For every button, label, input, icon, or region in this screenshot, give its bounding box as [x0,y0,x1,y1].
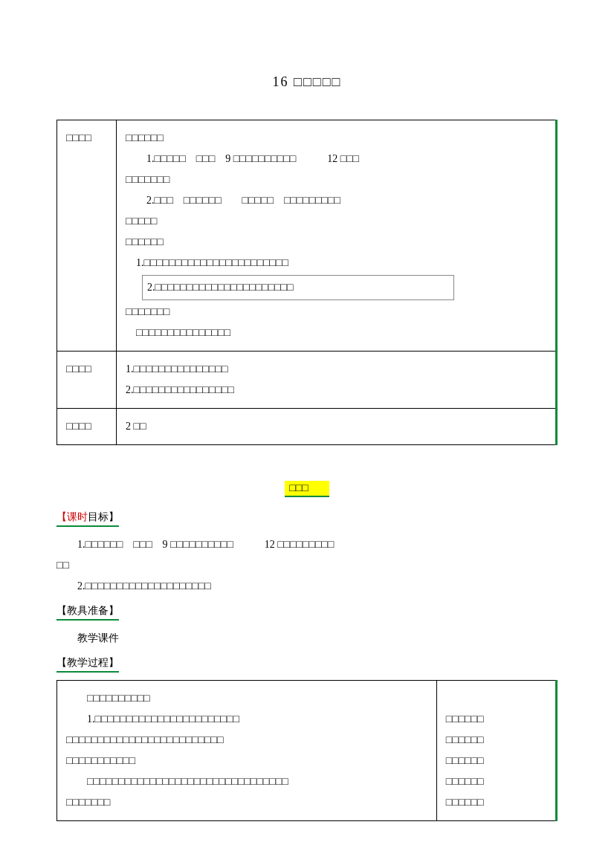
pl-l2: □□□□□□□□□□□□□□□□□□□□□□□□□ [66,730,427,751]
lesson-marker-text: □□□ [285,481,329,497]
row2-content: 1.□□□□□□□□□□□□□□□ 2.□□□□□□□□□□□□□□□□ [117,352,557,409]
materials-body: 教学课件 [56,628,558,649]
overview-table: □□□□ □□□□□□ 1.□□□□□ □□□ 9 □□□□□□□□□□ 12 … [56,120,558,445]
pl-h: □□□□□□□□□□ [66,688,427,709]
pl-l5: □□□□□□□ [66,792,427,813]
section-objectives: 【课时目标】 1.□□□□□□ □□□ 9 □□□□□□□□□□ 12 □□□□… [56,511,558,597]
pr-2: □□□□□□ [446,730,546,751]
row3-content: 2 □□ [117,409,557,445]
row2-line2: 2.□□□□□□□□□□□□□□□□ [126,380,546,401]
g1-line2: 2.□□□ □□□□□□ □□□□□ □□□□□□□□□ [126,190,546,211]
objectives-body: 1.□□□□□□ □□□ 9 □□□□□□□□□□ 12 □□□□□□□□□ □… [56,534,558,597]
pr-1: □□□□□□ [446,709,546,730]
section-materials: 【教具准备】 教学课件 [56,604,558,649]
g1-line2b: □□□□□ [126,211,546,232]
process-right: □□□□□□ □□□□□□ □□□□□□ □□□□□□ □□□□□□ [436,681,556,821]
pr-4: □□□□□□ [446,771,546,792]
objectives-heading-rest: 目标】 [88,511,119,522]
row1-label: □□□□ [57,120,117,352]
lesson-marker: □□□ [56,481,558,497]
pl-l1: 1.□□□□□□□□□□□□□□□□□□□□□□□ [66,709,427,730]
g2-item2-wrap: 2.□□□□□□□□□□□□□□□□□□□□□□ [126,273,546,302]
process-left: □□□□□□□□□□ 1.□□□□□□□□□□□□□□□□□□□□□□□ □□□… [57,681,437,821]
group2-heading: □□□□□□ [126,232,546,253]
materials-heading: 【教具准备】 [56,604,119,621]
materials-text: 教学课件 [56,628,558,649]
obj-line1: 1.□□□□□□ □□□ 9 □□□□□□□□□□ 12 □□□□□□□□□ [56,534,558,555]
pr-3: □□□□□□ [446,751,546,771]
obj-line1b: □□ [56,555,558,576]
document-title: 16 □□□□□ [56,74,558,90]
process-table: □□□□□□□□□□ 1.□□□□□□□□□□□□□□□□□□□□□□□ □□□… [56,680,558,821]
g2-item2-box: 2.□□□□□□□□□□□□□□□□□□□□□□ [142,275,454,300]
objectives-heading: 【课时目标】 [56,511,119,527]
pl-l4: □□□□□□□□□□□□□□□□□□□□□□□□□□□□□□□□ [66,771,427,792]
pr-5: □□□□□□ [446,792,546,813]
objectives-heading-red: 【课时 [56,511,88,522]
g1-line1: 1.□□□□□ □□□ 9 □□□□□□□□□□ 12 □□□ [126,149,546,169]
row3-label: □□□□ [57,409,117,445]
row2-line1: 1.□□□□□□□□□□□□□□□ [126,359,546,380]
g1-line1b: □□□□□□□ [126,169,546,190]
group3-heading: □□□□□□□ [126,302,546,323]
section-process: 【教学过程】 □□□□□□□□□□ 1.□□□□□□□□□□□□□□□□□□□□… [56,656,558,821]
process-heading: 【教学过程】 [56,656,119,673]
row2-label: □□□□ [57,352,117,409]
obj-line2: 2.□□□□□□□□□□□□□□□□□□□□ [56,576,558,597]
group1-heading: □□□□□□ [126,128,546,149]
g3-line: □□□□□□□□□□□□□□□ [126,323,546,343]
pl-l3: □□□□□□□□□□□ [66,751,427,771]
row1-content: □□□□□□ 1.□□□□□ □□□ 9 □□□□□□□□□□ 12 □□□ □… [117,120,557,352]
g2-item1: 1.□□□□□□□□□□□□□□□□□□□□□□□ [126,253,546,273]
